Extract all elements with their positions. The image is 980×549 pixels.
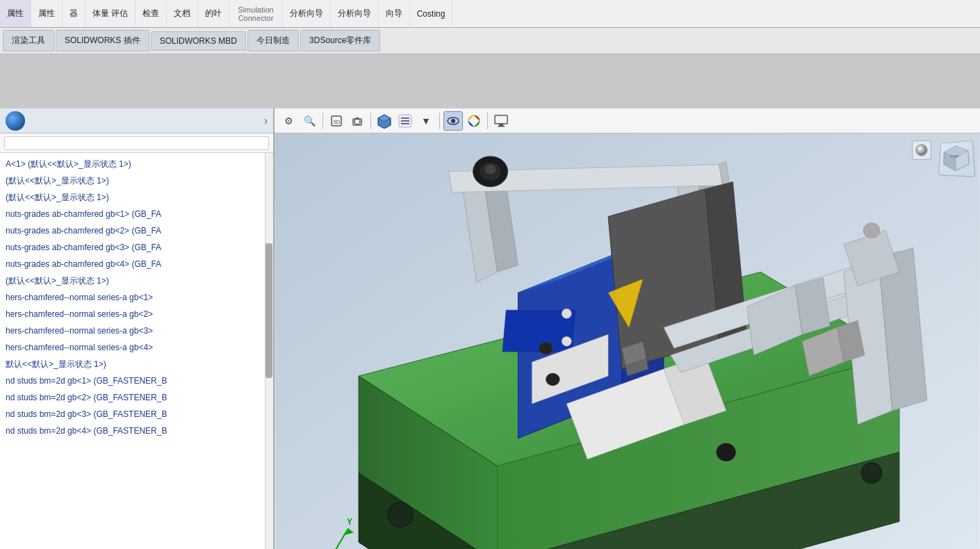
eye-icon-btn[interactable]: [443, 111, 463, 131]
svg-point-33: [485, 165, 496, 174]
menu-volume[interactable]: 体量 评估: [85, 0, 136, 27]
tab-render[interactable]: 渲染工具: [3, 30, 54, 51]
svg-point-53: [717, 443, 736, 461]
svg-rect-15: [499, 124, 503, 126]
menu-document[interactable]: 文档: [167, 0, 198, 27]
simulation-connector[interactable]: Simulation Connector: [229, 0, 282, 27]
menu-attr2[interactable]: 属性: [31, 0, 63, 27]
tree-item-2[interactable]: (默认<<默认>_显示状态 1>): [0, 172, 273, 189]
tree-item-10[interactable]: hers-chamfered--normal series-a gb<2>: [0, 306, 273, 322]
svg-point-58: [562, 309, 571, 318]
tab-3dsource[interactable]: 3DSource零件库: [300, 30, 380, 51]
expand-arrow-icon[interactable]: ›: [264, 115, 268, 127]
svg-point-23: [388, 502, 413, 527]
tree-item-11[interactable]: hers-chamfered--normal series-a gb<3>: [0, 322, 273, 339]
svg-point-59: [562, 336, 571, 346]
svg-rect-16: [498, 126, 505, 127]
connector-label: Connector: [238, 14, 274, 22]
color-wheel-icon-btn[interactable]: [464, 111, 484, 131]
left-panel: › A<1> (默认<<默认>_显示状态 1>) (默认<<默认>_显示状态 1…: [0, 108, 275, 549]
panel-header: ›: [0, 108, 273, 133]
machine-3d-scene: X Y Z: [275, 108, 980, 549]
svg-point-24: [861, 463, 882, 484]
tree-item-15[interactable]: nd studs bm=2d gb<2> (GB_FASTENER_B: [0, 389, 273, 406]
tab-sw-mbd[interactable]: SOLIDWORKS MBD: [151, 31, 246, 51]
tree-item-9[interactable]: hers-chamfered--normal series-a gb<1>: [0, 289, 273, 306]
scrollbar-thumb[interactable]: [266, 243, 272, 378]
svg-rect-14: [495, 115, 507, 124]
tree-item-12[interactable]: hers-chamfered--normal series-a gb<4>: [0, 339, 273, 356]
view-options-icon-btn[interactable]: [395, 111, 415, 131]
render-sphere-icon: [915, 143, 929, 157]
3d-icon-btn[interactable]: 3D: [327, 111, 346, 131]
separator-2: [370, 113, 371, 129]
arrow-icon-btn[interactable]: ▼: [416, 111, 436, 131]
svg-text:Y: Y: [347, 517, 352, 527]
display-cube-icon: [377, 113, 392, 129]
svg-rect-10: [401, 123, 409, 124]
tree-item-16[interactable]: nd studs bm=2d gb<3> (GB_FASTENER_B: [0, 406, 273, 423]
settings-icon-btn[interactable]: ⚙: [279, 111, 298, 131]
search-icon-btn[interactable]: 🔍: [300, 111, 319, 131]
monitor-icon: [493, 113, 509, 129]
tree-item-1[interactable]: A<1> (默认<<默认>_显示状态 1>): [0, 156, 273, 172]
tree-item-17[interactable]: nd studs bm=2d gb<4> (GB_FASTENER_B: [0, 423, 273, 439]
svg-point-76: [916, 145, 927, 156]
nav-cube[interactable]: TOP: [938, 140, 975, 177]
svg-point-52: [546, 373, 560, 386]
simulation-label: Simulation: [238, 6, 273, 14]
svg-marker-39: [608, 189, 719, 369]
tab-sw-plugins[interactable]: SOLIDWORKS 插件: [56, 30, 149, 51]
svg-rect-9: [401, 120, 409, 122]
3d-view-icon: 3D: [329, 114, 343, 128]
render-mode-icon[interactable]: [912, 140, 931, 160]
camera-icon-btn[interactable]: [348, 111, 367, 131]
svg-text:TOP: TOP: [950, 154, 958, 159]
tree-item-5[interactable]: nuts-grades ab-chamfered gb<2> (GB_FA: [0, 222, 273, 239]
tree-item-13[interactable]: 默认<<默认>_显示状态 1>): [0, 356, 273, 372]
menu-analysis2[interactable]: 分析向导: [331, 0, 379, 27]
machine-svg: X Y Z: [275, 133, 980, 549]
tree-item-14[interactable]: nd studs bm=2d gb<1> (GB_FASTENER_B: [0, 372, 273, 389]
svg-rect-8: [401, 117, 409, 119]
search-bar: [0, 133, 273, 153]
separator-3: [439, 113, 440, 129]
tree-item-8[interactable]: (默认<<默认>_显示状态 1>): [0, 272, 273, 289]
menu-inspect[interactable]: 检查: [136, 0, 167, 27]
menu-guide[interactable]: 向导: [379, 0, 410, 27]
main-layout: › A<1> (默认<<默认>_显示状态 1>) (默认<<默认>_显示状态 1…: [0, 108, 980, 549]
separator-1: [322, 113, 323, 129]
view-options-icon: [398, 113, 413, 129]
tree-item-3[interactable]: (默认<<默认>_显示状态 1>): [0, 189, 273, 206]
top-menubar: 属性 属性 器 体量 评估 检查 文档 的叶 Simulation Connec…: [0, 0, 980, 28]
vertical-scrollbar[interactable]: [265, 153, 273, 549]
svg-point-2: [354, 119, 360, 124]
svg-rect-4: [356, 117, 359, 120]
render-icons-group: [912, 140, 931, 160]
viewport[interactable]: ⚙ 🔍 3D ▼: [275, 108, 980, 549]
menu-attr1[interactable]: 属性: [0, 0, 31, 27]
monitor-icon-btn[interactable]: [491, 111, 511, 131]
search-input[interactable]: [4, 136, 269, 150]
svg-point-57: [863, 223, 880, 238]
tree-item-7[interactable]: nuts-grades ab-chamfered gb<4> (GB_FA: [0, 256, 273, 272]
tree-item-6[interactable]: nuts-grades ab-chamfered gb<3> (GB_FA: [0, 239, 273, 256]
menu-analysis1[interactable]: 分析向导: [283, 0, 331, 27]
globe-icon: [6, 111, 25, 131]
tab-manufacture[interactable]: 今日制造: [247, 30, 299, 51]
menu-leaf[interactable]: 的叶: [198, 0, 229, 27]
svg-text:3D: 3D: [333, 119, 340, 125]
color-wheel-icon: [466, 113, 482, 129]
display-cube-icon-btn[interactable]: [375, 111, 394, 131]
svg-point-12: [451, 119, 455, 123]
viewport-toolbar: ⚙ 🔍 3D ▼: [275, 108, 980, 133]
toolbar-ribbon: 渲染工具 SOLIDWORKS 插件 SOLIDWORKS MBD 今日制造 3…: [0, 28, 980, 54]
eye-icon: [446, 113, 461, 129]
separator-4: [487, 113, 488, 129]
camera-icon: [350, 114, 364, 128]
tree-item-4[interactable]: nuts-grades ab-chamfered gb<1> (GB_FA: [0, 206, 273, 222]
svg-point-51: [539, 342, 553, 354]
tree-panel[interactable]: A<1> (默认<<默认>_显示状态 1>) (默认<<默认>_显示状态 1>)…: [0, 153, 273, 549]
menu-costing[interactable]: Costing: [410, 0, 453, 27]
menu-tool[interactable]: 器: [63, 0, 85, 27]
